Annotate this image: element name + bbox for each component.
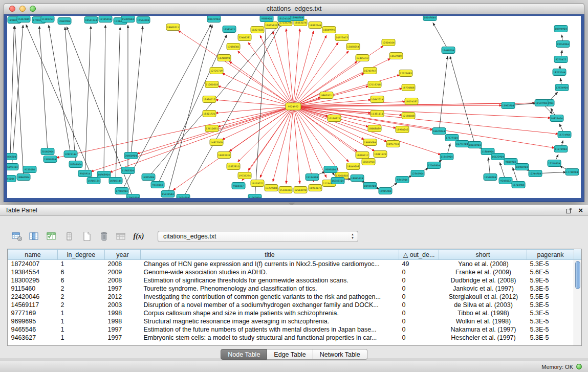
graph-edge[interactable] <box>293 106 441 155</box>
table-cell[interactable]: 18300295 <box>8 276 58 285</box>
table-cell[interactable]: 2 <box>58 293 105 301</box>
graph-node[interactable]: 18049293 <box>346 163 360 170</box>
table-cell[interactable]: 9699695 <box>8 317 58 325</box>
graph-node[interactable]: 12345904 <box>411 170 424 177</box>
table-cell[interactable]: 1 <box>58 334 105 342</box>
graph-node[interactable]: 12210534 <box>548 160 561 167</box>
graph-node[interactable]: 14872009 <box>210 139 223 146</box>
graph-node[interactable]: 18957941 <box>386 141 400 147</box>
table-cell[interactable]: Genome-wide association studies in ADHD. <box>141 268 399 276</box>
graph-node[interactable]: 15510904 <box>484 174 497 181</box>
table-row[interactable]: 2242004622012Investigating the contribut… <box>8 293 574 301</box>
graph-node[interactable]: 22406281 <box>238 34 251 41</box>
import-table-button[interactable] <box>114 230 129 243</box>
table-cell[interactable]: 6 <box>58 276 105 285</box>
graph-node[interactable]: 13930712 <box>203 96 216 103</box>
graph-node[interactable]: 9245012 <box>499 178 512 184</box>
graph-edge[interactable] <box>39 26 48 151</box>
graph-node[interactable]: 18840904 <box>17 174 30 181</box>
table-cell[interactable]: 5.5E-5 <box>527 293 574 301</box>
table-cell[interactable]: 0 <box>399 334 439 342</box>
graph-node[interactable]: 18849993 <box>322 27 336 33</box>
table-cell[interactable]: Tibbo et al. (1998) <box>439 309 527 317</box>
graph-node[interactable]: 15950242 <box>396 126 409 133</box>
table-select-dropdown[interactable]: citations_edges.txt ▲▼ <box>158 231 358 242</box>
table-cell[interactable]: 9115460 <box>8 285 58 293</box>
table-cell[interactable]: Estimation of significance thresholds fo… <box>141 276 399 285</box>
graph-node[interactable]: 12058254 <box>346 43 360 50</box>
close-panel-icon[interactable]: × <box>578 207 583 214</box>
table-cell[interactable]: Jankovic et al. (1997) <box>439 285 527 293</box>
graph-edge[interactable] <box>293 61 357 106</box>
graph-node[interactable]: 12634904 <box>555 84 569 91</box>
graph-node[interactable]: 16774904 <box>558 132 571 138</box>
graph-edge[interactable] <box>255 25 266 198</box>
table-cell[interactable]: 1 <box>58 309 105 317</box>
table-cell[interactable]: 2003 <box>105 301 141 309</box>
graph-node[interactable]: 12823144 <box>64 151 77 158</box>
graph-edge[interactable] <box>293 106 555 148</box>
table-cell[interactable]: Estimation of the future numbers of pati… <box>141 325 399 334</box>
graph-edge[interactable] <box>293 89 402 106</box>
table-cell[interactable]: Embryonic stem cells: a model to study s… <box>141 334 399 342</box>
graph-node[interactable]: 19735274 <box>238 172 251 179</box>
graph-edge[interactable] <box>49 25 71 154</box>
graph-edge[interactable] <box>158 35 227 185</box>
graph-node[interactable]: 18600211 <box>166 24 180 31</box>
graph-node[interactable]: 12160108 <box>402 113 415 119</box>
graph-node[interactable]: 19649904 <box>58 18 71 25</box>
zoom-window-button[interactable] <box>30 6 36 12</box>
column-header-title[interactable]: title <box>141 250 399 260</box>
table-cell[interactable]: 6 <box>58 268 105 276</box>
graph-node[interactable]: 16345104 <box>331 178 344 184</box>
table-cell[interactable]: Hescheler et al. (1997) <box>439 334 527 342</box>
graph-edge[interactable] <box>433 23 448 50</box>
graph-edge[interactable] <box>450 56 475 145</box>
graph-node[interactable]: 9595064 <box>324 166 337 173</box>
table-cell[interactable]: 5.3E-5 <box>527 301 574 309</box>
graph-node[interactable]: 10244904 <box>529 170 542 177</box>
table-cell[interactable]: 2008 <box>105 276 141 285</box>
table-cell[interactable]: Nakamura et al. (1997) <box>439 325 527 334</box>
table-cell[interactable]: 0 <box>399 309 439 317</box>
float-panel-icon[interactable] <box>565 207 572 214</box>
table-row[interactable]: 1938455462009Genome-wide association stu… <box>8 268 574 276</box>
table-cell[interactable]: 1997 <box>105 325 141 334</box>
column-header-in_degree[interactable]: in_degree <box>58 250 105 260</box>
graph-node[interactable]: 10332810 <box>227 163 240 170</box>
graph-node[interactable]: 11381253 <box>41 16 54 23</box>
table-cell[interactable]: 1 <box>58 317 105 325</box>
new-column-button[interactable] <box>79 230 94 243</box>
graph-node[interactable]: 18668039 <box>368 125 381 132</box>
graph-node[interactable]: 16983075 <box>309 185 322 191</box>
edit-rows-button[interactable] <box>44 230 59 243</box>
graph-node[interactable]: 18124104 <box>278 16 291 22</box>
graph-node[interactable]: 14639609 <box>389 53 403 59</box>
table-cell[interactable]: 0 <box>399 285 439 293</box>
graph-node[interactable]: 18541044 <box>84 17 98 24</box>
graph-edge[interactable] <box>85 26 91 173</box>
graph-node[interactable]: 18205904 <box>69 161 82 168</box>
graph-node[interactable]: 15367049 <box>17 16 30 23</box>
table-settings-button[interactable] <box>9 230 25 243</box>
window-titlebar[interactable]: citations_edges.txt <box>4 3 584 14</box>
table-cell[interactable]: 5.3E-5 <box>527 334 574 342</box>
graph-edge[interactable] <box>242 106 293 181</box>
tab-edge-table[interactable]: Edge Table <box>267 349 313 360</box>
graph-edge[interactable] <box>260 106 293 178</box>
function-builder-button[interactable]: f(x) <box>131 230 146 243</box>
table-cell[interactable]: Franke et al. (2009) <box>439 268 527 276</box>
table-row[interactable]: 969969511998Structural magnetic resonanc… <box>8 317 574 325</box>
graph-node[interactable]: 16741947 <box>363 68 377 74</box>
graph-node[interactable]: 11261618 <box>205 81 219 88</box>
graph-node[interactable]: 9586904 <box>260 16 273 22</box>
graph-edge[interactable] <box>439 56 448 131</box>
graph-node[interactable]: 11381111 <box>371 111 384 117</box>
graph-node[interactable]: 15945904 <box>379 188 392 194</box>
graph-node[interactable]: 18541914 <box>362 159 375 165</box>
table-cell[interactable]: 1 <box>58 260 105 269</box>
table-cell[interactable]: 0 <box>399 268 439 276</box>
minimize-window-button[interactable] <box>19 6 26 12</box>
graph-node[interactable]: 17634904 <box>177 194 190 199</box>
graph-node[interactable]: 18045124 <box>351 175 364 182</box>
